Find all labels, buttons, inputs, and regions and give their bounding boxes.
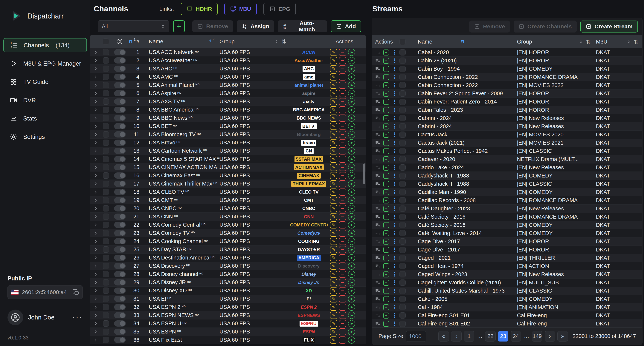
edit-icon[interactable]: ✎ xyxy=(330,304,337,311)
enable-toggle[interactable] xyxy=(114,74,126,80)
channel-row[interactable]: 28 USA Disney channelHD USA 60 FPS Disne… xyxy=(90,270,366,278)
remove-icon[interactable]: − xyxy=(339,164,346,171)
row-checkbox[interactable] xyxy=(103,238,109,244)
row-checkbox[interactable] xyxy=(103,279,109,286)
enable-toggle[interactable] xyxy=(114,156,126,162)
enable-toggle[interactable] xyxy=(114,115,126,121)
row-checkbox[interactable] xyxy=(400,230,406,236)
play-icon[interactable]: ▶ xyxy=(348,131,355,138)
remove-icon[interactable]: − xyxy=(339,98,346,105)
remove-icon[interactable]: − xyxy=(339,172,346,179)
page-button[interactable]: ‹ xyxy=(451,331,462,342)
remove-icon[interactable]: − xyxy=(339,73,346,81)
edit-icon[interactable]: ✎ xyxy=(330,271,337,278)
page-button[interactable]: » xyxy=(557,331,568,342)
enable-toggle[interactable] xyxy=(114,107,126,113)
row-checkbox[interactable] xyxy=(400,263,406,269)
edit-icon[interactable]: ✎ xyxy=(330,49,337,56)
channel-row[interactable]: 10 USA BETHD USA 60 FPS BET★ ✎ − ▶ xyxy=(90,122,366,130)
row-checkbox[interactable] xyxy=(400,58,406,64)
expand-chevron-icon[interactable] xyxy=(90,99,101,104)
edit-icon[interactable]: ✎ xyxy=(330,123,337,130)
channel-row[interactable]: 5 USA Animal PlanetHD USA 60 FPS animal … xyxy=(90,81,366,89)
add-to-channel-icon[interactable] xyxy=(375,66,381,72)
stream-row[interactable]: + ⋮ Cabin Connection - 2022 |EN| ROMANCE… xyxy=(372,73,642,81)
edit-icon[interactable]: ✎ xyxy=(330,156,337,163)
create-channel-icon[interactable]: + xyxy=(383,58,389,64)
expand-chevron-icon[interactable] xyxy=(90,132,101,137)
remove-icon[interactable]: − xyxy=(339,57,346,64)
enable-toggle[interactable] xyxy=(114,304,126,310)
channel-profile-select[interactable]: All xyxy=(98,20,169,32)
remove-icon[interactable]: − xyxy=(339,197,346,204)
create-channel-icon[interactable]: + xyxy=(383,296,389,302)
row-checkbox[interactable] xyxy=(103,173,109,178)
edit-icon[interactable]: ✎ xyxy=(330,197,337,204)
select-all-checkbox[interactable] xyxy=(400,39,406,45)
create-channel-icon[interactable]: + xyxy=(383,156,389,162)
hdhr-link-button[interactable]: HDHR xyxy=(181,3,218,15)
remove-icon[interactable]: − xyxy=(339,262,346,270)
add-to-channel-icon[interactable] xyxy=(375,288,381,294)
row-checkbox[interactable] xyxy=(103,131,109,138)
stream-row[interactable]: + ⋮ Cabin Boy - 1994 |EN| COMEDY DKAT xyxy=(372,65,642,73)
edit-icon[interactable]: ✎ xyxy=(330,328,337,335)
create-channel-icon[interactable]: + xyxy=(383,181,389,187)
remove-streams-button[interactable]: Remove xyxy=(469,20,510,32)
row-checkbox[interactable] xyxy=(103,90,109,96)
remove-channels-button[interactable]: Remove xyxy=(192,20,233,32)
add-to-channel-icon[interactable] xyxy=(375,321,381,327)
enable-toggle[interactable] xyxy=(114,181,126,187)
play-icon[interactable]: ▶ xyxy=(348,164,355,171)
row-checkbox[interactable] xyxy=(400,66,406,72)
row-checkbox[interactable] xyxy=(103,115,109,121)
row-checkbox[interactable] xyxy=(400,197,406,203)
add-to-channel-icon[interactable] xyxy=(375,255,381,261)
sidebar-item-dvr[interactable]: DVR xyxy=(3,93,87,107)
play-icon[interactable]: ▶ xyxy=(348,197,355,204)
enable-toggle[interactable] xyxy=(114,148,126,154)
expand-chevron-icon[interactable] xyxy=(90,338,101,343)
column-group[interactable]: Group ⇅ xyxy=(517,38,594,45)
row-checkbox[interactable] xyxy=(400,99,406,105)
create-channel-icon[interactable]: + xyxy=(383,239,389,245)
copy-icon[interactable] xyxy=(72,288,80,296)
edit-icon[interactable]: ✎ xyxy=(330,90,337,97)
stream-row[interactable]: + ⋮ Café Society - 2016 |EN| ROMANCE DRA… xyxy=(372,213,642,221)
m3u-link-button[interactable]: M3U xyxy=(224,3,257,15)
expand-chevron-icon[interactable] xyxy=(90,247,101,252)
play-icon[interactable]: ▶ xyxy=(348,180,355,187)
play-icon[interactable]: ▶ xyxy=(348,49,355,56)
add-to-channel-icon[interactable] xyxy=(375,189,381,195)
edit-icon[interactable]: ✎ xyxy=(330,131,337,138)
play-icon[interactable]: ▶ xyxy=(348,115,355,122)
expand-chevron-icon[interactable] xyxy=(90,181,101,186)
enable-toggle[interactable] xyxy=(114,213,126,220)
play-icon[interactable]: ▶ xyxy=(348,90,355,97)
row-checkbox[interactable] xyxy=(400,132,406,138)
row-checkbox[interactable] xyxy=(400,304,406,310)
play-icon[interactable]: ▶ xyxy=(348,287,355,294)
channel-row[interactable]: 23 USA Comedy TVHD USA 60 FPS Comedy.tv … xyxy=(90,229,366,237)
add-to-channel-icon[interactable] xyxy=(375,115,381,121)
add-to-channel-icon[interactable] xyxy=(375,165,381,171)
play-icon[interactable]: ▶ xyxy=(348,147,355,155)
scan-target-icon[interactable] xyxy=(110,38,129,45)
row-checkbox[interactable] xyxy=(400,271,406,277)
add-to-channel-icon[interactable] xyxy=(375,91,381,96)
create-channel-icon[interactable]: + xyxy=(383,304,389,310)
create-channel-icon[interactable]: + xyxy=(383,313,389,319)
stream-row[interactable]: + ⋮ Caddyshack II - 1988 |EN| CLASSIC DK… xyxy=(372,180,642,188)
enable-toggle[interactable] xyxy=(114,288,126,294)
remove-icon[interactable]: − xyxy=(339,279,346,286)
row-checkbox[interactable] xyxy=(103,66,109,72)
expand-chevron-icon[interactable] xyxy=(90,107,101,112)
remove-icon[interactable]: − xyxy=(339,238,346,245)
remove-icon[interactable]: − xyxy=(339,287,346,294)
row-checkbox[interactable] xyxy=(400,214,406,220)
add-to-channel-icon[interactable] xyxy=(375,173,381,178)
channel-row[interactable]: 27 USA DiscoveryHD USA 60 FPS Discovery … xyxy=(90,262,366,270)
row-checkbox[interactable] xyxy=(103,296,109,302)
create-channel-icon[interactable]: + xyxy=(383,197,389,203)
expand-chevron-icon[interactable] xyxy=(90,66,101,71)
